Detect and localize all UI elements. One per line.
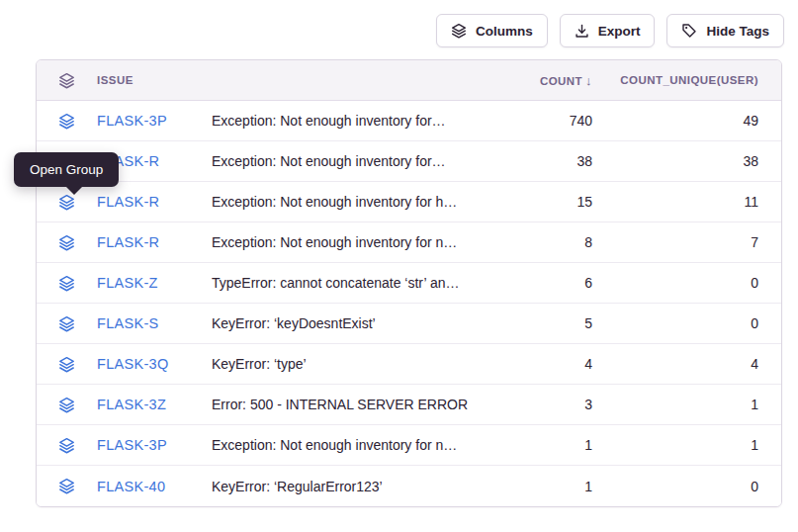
columns-button-label: Columns (476, 24, 533, 39)
hide-tags-button-label: Hide Tags (706, 24, 769, 39)
hide-tags-button[interactable]: Hide Tags (666, 14, 784, 47)
download-icon (575, 24, 589, 39)
open-group-button[interactable] (37, 397, 97, 413)
issue-title: Exception: Not enough inventory for n… (212, 437, 503, 453)
issue-link[interactable]: FLASK-3P (97, 113, 167, 129)
issue-title: TypeError: cannot concatenate ‘str’ an… (212, 275, 503, 291)
sort-desc-arrow: ↓ (585, 73, 592, 88)
issue-title: Exception: Not enough inventory for… (212, 113, 503, 129)
count-value: 3 (503, 397, 592, 412)
count-unique-value: 1 (592, 437, 758, 453)
issue-title: KeyError: ‘RegularError123’ (212, 479, 503, 494)
issue-title: Exception: Not enough inventory for n… (212, 234, 503, 250)
count-unique-value: 38 (592, 153, 758, 169)
layers-icon (58, 113, 75, 130)
count-unique-value: 1 (592, 397, 758, 412)
table-row: FLASK-3P Exception: Not enough inventory… (37, 425, 781, 466)
open-group-button[interactable] (37, 234, 97, 251)
column-header-count-unique[interactable]: COUNT_UNIQUE(USER) (592, 74, 758, 86)
open-group-button[interactable] (37, 478, 97, 494)
table-row: FLASK-R Exception: Not enough inventory … (37, 182, 781, 222)
open-group-button[interactable] (37, 315, 97, 332)
column-header-issue[interactable]: ISSUE (97, 74, 212, 86)
count-value: 5 (503, 315, 592, 331)
issue-title: KeyError: ‘type’ (212, 356, 503, 372)
issue-column-icon-cell (37, 72, 97, 89)
layers-icon (58, 356, 75, 373)
issue-link[interactable]: FLASK-3Z (97, 397, 166, 412)
issue-title: Exception: Not enough inventory for h… (212, 194, 503, 210)
layers-icon (58, 478, 75, 494)
issues-table: ISSUE COUNT↓ COUNT_UNIQUE(USER) FLASK-3P… (36, 59, 782, 507)
tag-icon (681, 23, 697, 39)
count-unique-value: 7 (592, 234, 758, 250)
layers-icon (58, 234, 75, 251)
open-group-button[interactable] (37, 194, 97, 211)
count-unique-value: 4 (592, 356, 758, 372)
open-group-button[interactable] (37, 437, 97, 454)
column-header-count[interactable]: COUNT↓ (503, 73, 592, 88)
table-row: FLASK-3P Exception: Not enough inventory… (37, 101, 781, 141)
table-row: FLASK-3Q KeyError: ‘type’ 4 4 (37, 344, 781, 385)
open-group-button[interactable] (37, 275, 97, 292)
layers-icon (58, 72, 75, 89)
open-group-tooltip: Open Group (14, 152, 119, 187)
table-row: FLASK-3Z Error: 500 - INTERNAL SERVER ER… (37, 385, 781, 425)
layers-icon (58, 437, 75, 454)
count-value: 4 (503, 356, 592, 372)
count-value: 740 (503, 113, 592, 129)
layers-icon (58, 275, 75, 292)
issue-link[interactable]: FLASK-R (97, 234, 159, 250)
count-unique-value: 11 (592, 194, 758, 210)
issue-title: KeyError: ‘keyDoesntExist’ (212, 315, 503, 331)
count-value: 8 (503, 234, 592, 250)
layers-icon (58, 194, 75, 211)
table-row: FLASK-R Exception: Not enough inventory … (37, 141, 781, 182)
layers-icon (451, 23, 467, 39)
columns-button[interactable]: Columns (436, 14, 548, 47)
count-unique-value: 0 (592, 275, 758, 291)
count-unique-value: 0 (592, 315, 758, 331)
issue-title: Error: 500 - INTERNAL SERVER ERROR (212, 397, 503, 412)
count-unique-value: 0 (592, 479, 758, 494)
tooltip-label: Open Group (30, 162, 103, 177)
issue-link[interactable]: FLASK-3Q (97, 356, 169, 372)
open-group-button[interactable] (37, 113, 97, 130)
issue-link[interactable]: FLASK-R (97, 194, 159, 210)
table-header-row: ISSUE COUNT↓ COUNT_UNIQUE(USER) (37, 60, 781, 101)
toolbar: Columns Export Hide Tags (436, 14, 784, 47)
export-button[interactable]: Export (560, 14, 656, 47)
issue-link[interactable]: FLASK-Z (97, 275, 158, 291)
table-row: FLASK-S KeyError: ‘keyDoesntExist’ 5 0 (37, 304, 781, 344)
export-button-label: Export (598, 24, 641, 39)
table-row: FLASK-40 KeyError: ‘RegularError123’ 1 0 (37, 466, 781, 506)
issue-link[interactable]: FLASK-3P (97, 437, 167, 453)
count-value: 6 (503, 275, 592, 291)
table-row: FLASK-R Exception: Not enough inventory … (37, 222, 781, 263)
table-row: FLASK-Z TypeError: cannot concatenate ‘s… (37, 263, 781, 304)
count-value: 1 (503, 437, 592, 453)
count-value: 38 (503, 153, 592, 169)
issue-link[interactable]: FLASK-40 (97, 479, 165, 494)
count-value: 1 (503, 479, 592, 494)
table-body: FLASK-3P Exception: Not enough inventory… (37, 101, 781, 506)
count-unique-value: 49 (592, 113, 758, 129)
count-value: 15 (503, 194, 592, 210)
issue-link[interactable]: FLASK-S (97, 315, 159, 331)
issue-title: Exception: Not enough inventory for… (212, 153, 503, 169)
layers-icon (58, 315, 75, 332)
layers-icon (58, 397, 75, 413)
open-group-button[interactable] (37, 356, 97, 373)
